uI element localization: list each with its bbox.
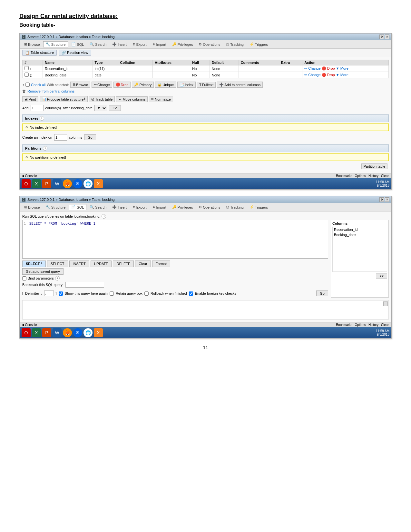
remove-central-link[interactable]: Remove from central columns [27,89,74,93]
move-columns-btn[interactable]: ↔ Move columns [116,96,148,102]
index-go-btn[interactable]: Go [84,134,96,140]
nav2-export[interactable]: ⬆Export [130,204,149,210]
nav2-sql[interactable]: 📄SQL [69,204,86,210]
firefox-btn-2[interactable]: 🦊 [63,328,72,337]
clear-btn[interactable]: Clear [135,261,151,267]
thunderbird-btn-2[interactable]: ✉ [73,328,82,337]
rollback-checkbox[interactable] [144,291,149,296]
nav2-import[interactable]: ⬇Import [150,204,169,210]
primary-btn[interactable]: 🔑 Primary [132,82,154,88]
nav2-tracking[interactable]: ◎Tracking [223,204,246,210]
thunderbird-btn-1[interactable]: ✉ [73,179,82,188]
partitions-info-badge[interactable]: ℹ [43,146,47,151]
xampp-btn-1[interactable]: X [94,179,103,188]
delimiter-input[interactable] [44,291,54,296]
excel-btn-2[interactable]: X [32,328,41,337]
nav-export[interactable]: ⬆Export [130,41,149,47]
retain-checkbox[interactable] [110,291,114,296]
table-structure-btn[interactable]: 📋 Table structure [22,50,57,56]
nav-structure[interactable]: 🔧Structure [43,41,68,47]
minimize-btn-2[interactable]: ⚙ [379,197,384,202]
row2-more[interactable]: ▼ More [336,73,348,77]
format-btn[interactable]: Format [152,261,171,267]
powerpoint-btn-2[interactable]: P [42,328,51,337]
nav2-structure[interactable]: 🔧Structure [43,204,68,210]
relation-view-btn[interactable]: 🔗 Relation view [59,50,91,56]
add-count-input[interactable] [31,105,44,111]
add-go-btn[interactable]: Go [109,105,121,111]
foreign-key-checkbox[interactable] [189,291,193,296]
row2-checkbox[interactable] [24,73,29,77]
add-central-btn[interactable]: ➕ Add to central columns [217,82,263,88]
opera-btn-1[interactable]: O [22,179,31,188]
history-link-2[interactable]: History [368,323,378,327]
powerpoint-btn-1[interactable]: P [42,179,51,188]
check-all-checkbox[interactable] [25,83,30,87]
after-select[interactable]: ▼ [94,105,107,111]
nav2-operations[interactable]: ⚙Operations [196,204,223,210]
check-all-link[interactable]: Check all [31,83,45,87]
bookmarks-link-2[interactable]: Bookmarks [336,323,352,327]
fulltext-btn[interactable]: T Fulltext [197,82,216,88]
bookmark-input[interactable] [65,282,104,288]
delete-btn[interactable]: DELETE [113,261,134,267]
col-item-reservation[interactable]: Reservation_id [333,227,387,232]
show-again-checkbox[interactable] [59,291,63,296]
normalize-btn[interactable]: ✏ Normalize [149,96,173,102]
nav-import[interactable]: ⬇Import [150,41,169,47]
nav-tracking[interactable]: ◎Tracking [223,41,246,47]
change-selected-btn[interactable]: ✏ Change [92,82,112,88]
row1-drop[interactable]: 🔴 Drop [322,66,335,70]
indexes-info-badge[interactable]: ℹ [40,116,44,121]
insert-btn[interactable]: INSERT [69,261,89,267]
nav-privileges[interactable]: 🔑Privileges [170,41,196,47]
xampp-btn-2[interactable]: X [94,328,103,337]
update-btn[interactable]: UPDATE [91,261,112,267]
collapse-result-btn[interactable]: _ [383,301,388,306]
index-count-input[interactable] [54,134,67,141]
close-btn-2[interactable]: ✕ [385,197,389,202]
auto-saved-btn[interactable]: Get auto-saved query [22,268,64,275]
bookmarks-link-1[interactable]: Bookmarks [336,174,352,178]
history-link-1[interactable]: History [368,174,378,178]
nav-browse[interactable]: ⊞Browse [22,41,43,47]
clear-link-1[interactable]: Clear [381,174,389,178]
row2-change[interactable]: ✏ Change [304,73,321,77]
col-item-booking[interactable]: Booking_date [333,232,387,237]
minimize-btn[interactable]: ⚙ [379,34,384,39]
word-btn-2[interactable]: W [53,328,62,337]
unique-btn[interactable]: 🔒 Unique [155,82,176,88]
track-table-btn[interactable]: ◎ Track table [89,96,115,102]
browse-selected-btn[interactable]: ⊞ Browse [70,82,90,88]
partition-table-btn[interactable]: Partition table [361,163,387,169]
select-btn[interactable]: SELECT [47,261,68,267]
sql-info-badge[interactable]: ℹ [102,214,106,219]
word-btn-1[interactable]: W [53,179,62,188]
chrome-btn-2[interactable]: 🌐 [83,328,93,337]
nav-triggers[interactable]: ⚡Triggers [247,41,270,47]
nav2-privileges[interactable]: 🔑Privileges [170,204,196,210]
nav-insert[interactable]: ➕Insert [110,41,129,47]
bind-info-badge[interactable]: ℹ [55,276,60,281]
opera-btn-2[interactable]: O [22,328,31,337]
collapse-panel-btn[interactable]: << [376,273,387,279]
nav-sql[interactable]: 📄SQL [69,41,86,47]
nav-operations[interactable]: ⚙Operations [196,41,223,47]
select-star-btn[interactable]: SELECT * [22,261,46,267]
sql-go-btn[interactable]: Go [316,291,328,296]
row1-checkbox[interactable] [24,66,29,70]
console-link-1[interactable]: ■ Console [22,174,37,178]
nav-search[interactable]: 🔍Search [87,41,109,47]
drop-selected-btn[interactable]: 🔴 Drop [113,82,131,88]
clear-link-2[interactable]: Clear [381,323,389,327]
row1-more[interactable]: ▼ More [336,66,348,70]
options-link-1[interactable]: Options [355,174,366,178]
excel-btn-1[interactable]: X [32,179,41,188]
print-btn[interactable]: 🖨 Print [22,96,38,102]
options-link-2[interactable]: Options [355,323,366,327]
propose-structure-btn[interactable]: 📊 Propose table structure ℹ [40,96,88,102]
nav2-browse[interactable]: ⊞Browse [22,204,43,210]
nav2-insert[interactable]: ➕Insert [110,204,129,210]
index-btn[interactable]: 📑 Index [177,82,196,88]
nav2-triggers[interactable]: ⚡Triggers [247,204,270,210]
